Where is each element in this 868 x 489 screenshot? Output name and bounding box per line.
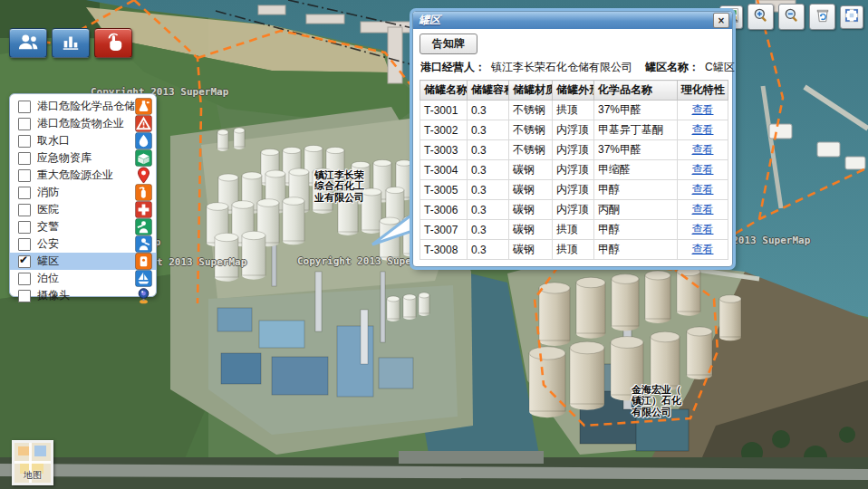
dialog-body: 告知牌 港口经营人： 镇江李长荣石化仓储有限公司 罐区名称： C罐区 储罐名称 …	[413, 29, 732, 266]
view-cell: 查看	[678, 220, 728, 240]
minimap-toggle[interactable]: 地图	[12, 440, 53, 485]
tank-cell: 0.3	[468, 101, 509, 120]
checkbox-tank-area[interactable]	[18, 255, 31, 268]
layer-label: 摄像头	[37, 288, 135, 303]
full-extent-icon	[844, 7, 860, 27]
company-label: 金海宏业（ 镇江）石化 有限公司	[632, 384, 681, 417]
layer-label: 消防	[37, 185, 135, 200]
tank-cell: 甲缩醛	[594, 160, 678, 180]
tank-table-header-row: 储罐名称 储罐容积 储罐材质 储罐外形 化学品名称 理化特性	[420, 81, 728, 101]
layer-item-major-hazard[interactable]: 重大危险源企业	[10, 167, 156, 184]
bar-chart-icon	[59, 32, 82, 55]
touch-icon	[101, 31, 125, 56]
checkbox-major-hazard[interactable]	[18, 169, 31, 182]
checkbox-berth[interactable]	[18, 273, 31, 285]
tank-table-row: T-30060.3碳钢内浮顶丙酮查看	[420, 200, 728, 220]
tank-table: 储罐名称 储罐容积 储罐材质 储罐外形 化学品名称 理化特性 T-30010.3…	[420, 80, 728, 260]
layer-label: 取水口	[37, 133, 135, 149]
layer-item-fire-service[interactable]: 消防	[10, 184, 156, 201]
minimap-label: 地图	[14, 469, 51, 482]
tank-cell: 0.3	[468, 200, 509, 220]
layer-item-emergency-supplies[interactable]: 应急物资库	[10, 149, 156, 167]
chemical-storage-icon	[135, 98, 152, 115]
checkbox-port-danger-goods[interactable]	[18, 118, 31, 130]
close-icon[interactable]: ×	[713, 13, 729, 28]
tank-cell: 内浮顶	[553, 200, 594, 220]
checkbox-water-intake[interactable]	[18, 135, 31, 148]
supplies-box-icon	[135, 149, 152, 167]
fire-extinguisher-icon	[135, 184, 152, 201]
view-cell: 查看	[678, 200, 728, 220]
layer-item-public-security[interactable]: 公安	[10, 235, 156, 253]
view-link[interactable]: 查看	[692, 203, 714, 216]
checkbox-public-security[interactable]	[18, 238, 31, 251]
layer-item-berth[interactable]: 泊位	[10, 270, 156, 287]
view-cell: 查看	[678, 240, 728, 260]
tank-cell: 丙酮	[594, 200, 678, 220]
operator-label: 港口经营人：	[420, 60, 486, 75]
tank-cell: 碳钢	[509, 200, 553, 220]
checkbox-traffic-police[interactable]	[18, 221, 31, 234]
layer-item-port-danger-goods[interactable]: 港口危险货物企业	[10, 115, 156, 132]
zoom-in-button[interactable]	[747, 4, 774, 30]
tank-area-name-label: 罐区名称：	[645, 60, 699, 75]
tank-cell: 甲醇	[594, 180, 678, 200]
view-link[interactable]: 查看	[692, 243, 714, 255]
tank-cell: 内浮顶	[553, 180, 594, 200]
layer-item-camera[interactable]: 摄像头	[10, 287, 156, 304]
checkbox-fire-service[interactable]	[18, 187, 31, 199]
layer-item-traffic-police[interactable]: 交警	[10, 218, 156, 235]
view-link[interactable]: 查看	[692, 163, 714, 176]
users-icon	[15, 32, 41, 55]
touch-mode-button[interactable]	[94, 28, 132, 58]
tank-cell: 0.3	[468, 120, 509, 140]
full-extent-button[interactable]	[840, 5, 863, 29]
tank-cell: 甲醇	[594, 240, 678, 260]
tank-cell: 碳钢	[509, 180, 553, 200]
tank-cell: 37%甲醛	[594, 101, 678, 120]
checkbox-emergency-supplies[interactable]	[18, 152, 31, 165]
tank-cell: T-3001	[420, 101, 468, 120]
view-link[interactable]: 查看	[692, 123, 714, 136]
stats-button[interactable]	[52, 28, 90, 58]
layer-item-tank-area[interactable]: 罐区	[10, 253, 156, 270]
warning-triangle-icon	[135, 115, 152, 132]
zoom-out-button[interactable]	[778, 4, 805, 30]
checkbox-port-chem-storage[interactable]	[18, 101, 31, 113]
tank-cell: 0.3	[468, 140, 509, 160]
tank-cell: 0.3	[468, 180, 509, 200]
layer-item-hospital[interactable]: 医院	[10, 201, 156, 218]
dialog-titlebar[interactable]: 罐区 ×	[413, 12, 732, 29]
dialog-info-line: 港口经营人： 镇江李长荣石化仓储有限公司 罐区名称： C罐区	[420, 60, 725, 75]
checkbox-hospital[interactable]	[18, 204, 31, 216]
layer-label: 罐区	[37, 254, 135, 269]
table-header: 化学品名称	[594, 81, 678, 101]
tank-cell: 内浮顶	[553, 120, 594, 140]
clear-button[interactable]	[809, 4, 835, 30]
layer-label: 公安	[37, 236, 135, 252]
layer-item-port-chem-storage[interactable]: 港口危险化学品仓储设施	[10, 98, 156, 115]
police-icon	[135, 235, 152, 253]
layer-item-water-intake[interactable]: 取水口	[10, 132, 156, 149]
view-cell: 查看	[678, 160, 728, 180]
tank-cell: T-3005	[420, 180, 468, 200]
trash-icon	[814, 6, 832, 28]
tank-table-row: T-30010.3不锈钢拱顶37%甲醛查看	[420, 101, 728, 120]
view-link[interactable]: 查看	[692, 143, 714, 156]
tank-cell: 0.3	[468, 220, 509, 240]
users-button[interactable]	[9, 28, 47, 58]
tank-cell: 不锈钢	[509, 101, 553, 120]
tank-cell: 拱顶	[553, 240, 594, 260]
map-controls	[719, 4, 863, 30]
tank-table-row: T-30040.3碳钢内浮顶甲缩醛查看	[420, 160, 728, 180]
table-header: 储罐材质	[509, 81, 553, 101]
notice-board-button[interactable]: 告知牌	[420, 34, 477, 54]
tank-cell: 0.3	[468, 160, 509, 180]
view-link[interactable]: 查看	[692, 223, 714, 235]
layer-label: 港口危险货物企业	[37, 116, 135, 131]
view-link[interactable]: 查看	[692, 183, 714, 196]
company-label: 镇江李长荣 综合石化工 业有限公司	[314, 169, 364, 203]
view-link[interactable]: 查看	[692, 103, 714, 116]
checkbox-camera[interactable]	[18, 290, 31, 302]
tank-cell: T-3008	[420, 240, 468, 260]
